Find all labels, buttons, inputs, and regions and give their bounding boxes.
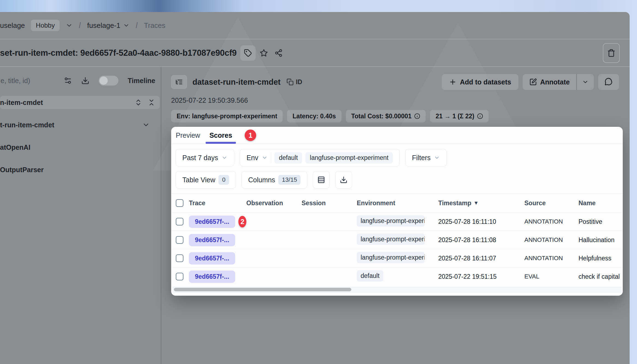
add-to-datasets-label: Add to datasets [460, 78, 511, 86]
date-range-button[interactable]: Past 7 days [176, 149, 234, 166]
app-window-dimmed: uselage Hobby / fuselage-1 / Traces set-… [0, 12, 630, 364]
info-icon[interactable] [477, 113, 483, 119]
timestamp-cell: 2025-07-28 16:11:10 [438, 218, 524, 225]
chevron-down-icon [262, 155, 268, 161]
trace-link[interactable]: 9ed6657f-... [189, 216, 235, 228]
col-header-source[interactable]: Source [524, 199, 578, 207]
tree-expand-controls [135, 99, 160, 106]
row-checkbox[interactable] [176, 236, 183, 244]
table-row[interactable]: 9ed6657f-... langfuse-prompt-experim 202… [171, 231, 623, 249]
table-toolbar: Table View 0 Columns 13/15 [176, 171, 618, 189]
name-cell: Postitive [578, 218, 623, 225]
title-bar: set-run-item-cmdet: 9ed6657f-52a0-4aac-9… [0, 39, 630, 67]
col-header-timestamp[interactable]: Timestamp ▼ [438, 199, 524, 207]
table-row[interactable]: 9ed6657f-... default 2025-07-22 19:51:15… [171, 267, 623, 286]
tree-item[interactable]: t-run-item-cmdet [0, 118, 161, 131]
env-badge: Env: langfuse-prompt-experiment [171, 110, 283, 122]
env-filter-button[interactable]: Env default langfuse-prompt-experiment [240, 149, 400, 166]
select-all-checkbox[interactable] [176, 199, 183, 207]
source-cell: ANNOTATION [524, 218, 578, 225]
copy-id-button[interactable]: ID [287, 78, 302, 86]
breadcrumb-project[interactable]: fuselage-1 [87, 21, 130, 30]
tree-item[interactable]: atOpenAI [0, 141, 161, 154]
env-chip-default[interactable]: default [274, 152, 302, 163]
table-view-button[interactable]: Table View 0 [176, 171, 236, 189]
table-row[interactable]: 9ed6657f-... langfuse-prompt-experim 202… [171, 249, 623, 267]
environment-chip: langfuse-prompt-experim [357, 234, 425, 245]
tree-item-label: OutputParser [0, 166, 44, 174]
horizontal-scrollbar[interactable] [172, 287, 622, 292]
add-to-datasets-button[interactable]: Add to datasets [442, 74, 518, 90]
row-checkbox[interactable] [176, 218, 183, 225]
tree-item-selected[interactable]: n-item-cmdet [0, 96, 160, 109]
trace-cell: 9ed6657f-... 2 [189, 216, 246, 228]
breadcrumb-section[interactable]: Traces [144, 21, 166, 30]
environment-chip: default [357, 270, 383, 281]
source-cell: EVAL [524, 273, 578, 280]
project-name: fuselage-1 [87, 21, 120, 30]
col-header-name[interactable]: Name [578, 199, 623, 207]
timeline-toggle[interactable] [99, 76, 118, 86]
tree-item[interactable]: OutputParser [0, 163, 161, 176]
chevron-down-icon[interactable] [142, 121, 161, 129]
tab-bar: Preview Scores 1 [171, 127, 623, 144]
breadcrumb-org[interactable]: uselage [0, 21, 25, 30]
expand-all-icon[interactable] [135, 99, 142, 106]
annotate-split-button: Annotate [523, 74, 594, 90]
detail-pane: dataset-run-item-cmdet ID Add to dataset… [161, 67, 630, 364]
row-checkbox[interactable] [176, 254, 183, 262]
table-view-label: Table View [182, 176, 215, 184]
entity-header: dataset-run-item-cmdet ID Add to dataset… [171, 74, 630, 90]
entity-title: dataset-run-item-cmdet [192, 78, 280, 87]
row-height-button[interactable] [313, 171, 330, 189]
scrollbar-thumb[interactable] [174, 288, 351, 291]
col-header-trace[interactable]: Trace [189, 199, 246, 207]
export-button[interactable] [335, 171, 352, 189]
tab-scores[interactable]: Scores [209, 127, 232, 144]
tab-preview[interactable]: Preview [176, 127, 200, 144]
name-cell: check if capital [578, 273, 623, 280]
scores-table: Trace Observation Session Environment Ti… [171, 193, 623, 286]
table-row[interactable]: 9ed6657f-... 2 langfuse-prompt-experim 2… [171, 212, 623, 231]
timestamp-cell: 2025-07-28 16:11:08 [438, 236, 524, 244]
delete-button[interactable] [603, 43, 620, 63]
plus-icon [449, 78, 457, 86]
environment-chip: langfuse-prompt-experim [357, 252, 425, 263]
share-icon[interactable] [272, 45, 285, 61]
cost-badge-text: Total Cost: $0.00001 [351, 113, 412, 120]
columns-button[interactable]: Columns 13/15 [241, 171, 308, 189]
env-badge-text: Env: langfuse-prompt-experiment [177, 113, 277, 120]
tag-icon[interactable] [240, 45, 256, 61]
trace-link[interactable]: 9ed6657f-... [189, 252, 235, 265]
download-icon[interactable] [81, 77, 89, 85]
filters-button[interactable]: Filters [405, 149, 447, 166]
rows-icon [317, 176, 325, 184]
toggle-knob [100, 77, 108, 85]
chevron-down-icon[interactable] [66, 22, 73, 29]
row-checkbox[interactable] [176, 273, 183, 280]
trace-link[interactable]: 9ed6657f-... [189, 234, 235, 246]
search-input[interactable] [0, 77, 54, 85]
comments-button[interactable] [598, 74, 619, 90]
annotate-dropdown-button[interactable] [577, 74, 594, 90]
collapse-all-icon[interactable] [148, 99, 155, 106]
annotation-step-2: 2 [238, 216, 246, 227]
environment-cell: langfuse-prompt-experim [357, 252, 438, 265]
env-chip-experiment[interactable]: langfuse-prompt-experiment [305, 152, 393, 163]
environment-chip: langfuse-prompt-experim [357, 215, 425, 227]
view-settings-icon[interactable] [64, 77, 72, 85]
plan-badge: Hobby [31, 20, 60, 31]
star-icon[interactable] [257, 45, 270, 61]
info-icon[interactable] [414, 113, 420, 119]
trace-link[interactable]: 9ed6657f-... [189, 271, 235, 283]
page-title: set-run-item-cmdet: 9ed6657f-52a0-4aac-9… [0, 48, 236, 58]
annotate-button[interactable]: Annotate [523, 74, 576, 90]
trace-cell: 9ed6657f-... [189, 271, 246, 283]
tokens-badge-text: 21 → 1 (Σ 22) [436, 113, 474, 120]
col-header-observation[interactable]: Observation [246, 199, 302, 207]
id-label: ID [296, 78, 302, 86]
col-header-environment[interactable]: Environment [357, 199, 438, 207]
col-header-session[interactable]: Session [302, 199, 357, 207]
chat-bubble-icon [604, 78, 613, 86]
table-header-row: Trace Observation Session Environment Ti… [171, 194, 623, 212]
